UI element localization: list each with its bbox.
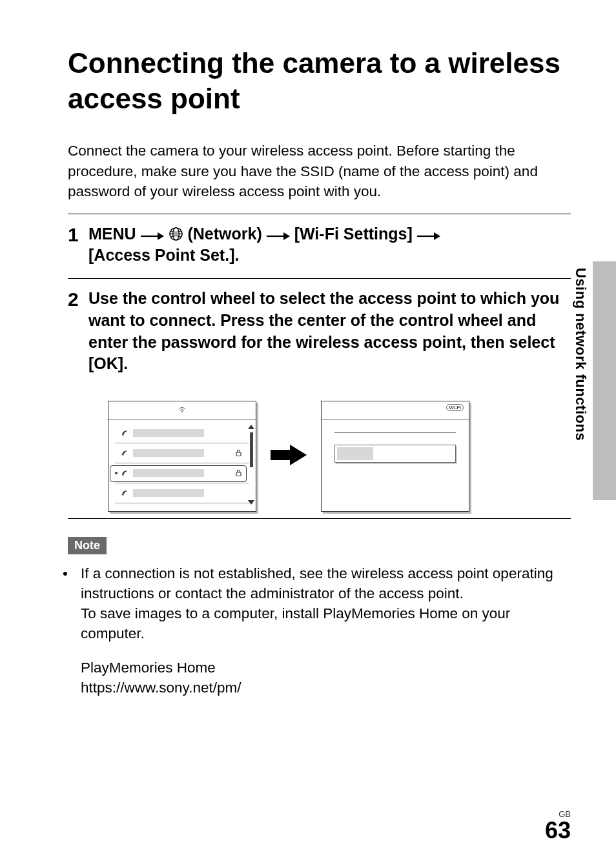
wifi-badge: Wi-Fi [446, 404, 464, 411]
section-label: Using network functions [572, 268, 589, 441]
step-1: 1 MENU (Network) [Wi-Fi Settings] [Acces… [68, 214, 571, 279]
wifi-status-icon [178, 407, 186, 414]
ssid-placeholder [133, 489, 204, 497]
signal-icon [121, 449, 129, 458]
page-number: 63 [545, 819, 571, 842]
svg-marker-8 [434, 232, 440, 240]
page-footer: GB 63 [545, 809, 571, 842]
note-text-2: To save images to a computer, install Pl… [81, 605, 510, 641]
svg-marker-16 [271, 445, 307, 465]
access-point-list-screen [108, 401, 256, 512]
scroll-down-icon [248, 500, 254, 505]
step-number: 2 [68, 288, 88, 311]
menu-label: MENU [88, 225, 136, 243]
step-2: 2 Use the control wheel to select the ac… [68, 279, 571, 387]
signal-icon [121, 469, 129, 478]
svg-rect-12 [236, 452, 241, 456]
scrollbar [250, 432, 253, 467]
step-1-body: MENU (Network) [Wi-Fi Settings] [Access … [88, 223, 571, 267]
svg-point-13 [122, 474, 123, 475]
screen-header: Wi-Fi [322, 401, 469, 419]
note-bullet: •If a connection is not established, see… [68, 563, 571, 643]
step-number: 1 [68, 223, 88, 247]
arrow-right-icon [267, 225, 290, 234]
password-entry-screen: Wi-Fi [321, 401, 469, 512]
product-name: PlayMemories Home [81, 660, 216, 676]
access-point-row [115, 485, 249, 501]
access-point-row [115, 445, 249, 461]
network-label: (Network) [187, 225, 262, 243]
divider [68, 518, 571, 519]
ssid-placeholder [133, 429, 204, 437]
svg-point-11 [122, 454, 123, 455]
svg-marker-1 [158, 232, 164, 240]
intro-paragraph: Connect the camera to your wireless acce… [68, 141, 571, 202]
lock-icon [236, 469, 241, 478]
signal-icon [121, 489, 129, 498]
lock-icon [236, 449, 241, 458]
password-input [334, 445, 456, 463]
selection-dot [115, 472, 118, 474]
svg-point-9 [181, 411, 183, 412]
screen-header [108, 401, 256, 419]
screen-illustrations: Wi-Fi [108, 401, 571, 512]
note-text-1: If a connection is not established, see … [81, 565, 553, 601]
signal-icon [121, 429, 129, 438]
step-2-body: Use the control wheel to select the acce… [88, 288, 571, 375]
scroll-up-icon [248, 425, 254, 429]
side-tab [593, 261, 616, 500]
page-title: Connecting the camera to a wireless acce… [68, 45, 571, 116]
svg-rect-14 [236, 472, 241, 476]
access-point-label: [Access Point Set.]. [88, 246, 239, 264]
globe-icon [169, 225, 183, 240]
arrow-right-icon [141, 225, 164, 234]
ssid-placeholder [133, 449, 204, 457]
arrow-right-icon [271, 443, 307, 469]
access-point-row-selected [115, 465, 249, 481]
note-label: Note [68, 537, 107, 554]
product-url: https://www.sony.net/pm/ [81, 680, 241, 696]
playmemories-block: PlayMemories Home https://www.sony.net/p… [68, 658, 571, 698]
ssid-line [334, 432, 456, 433]
svg-marker-6 [283, 232, 290, 240]
ssid-placeholder [133, 469, 204, 477]
wifi-settings-label: [Wi-Fi Settings] [294, 225, 413, 243]
svg-point-15 [122, 494, 123, 495]
password-fill [337, 447, 373, 460]
access-point-row [115, 425, 249, 441]
arrow-right-icon [417, 225, 440, 234]
svg-point-10 [122, 434, 123, 435]
